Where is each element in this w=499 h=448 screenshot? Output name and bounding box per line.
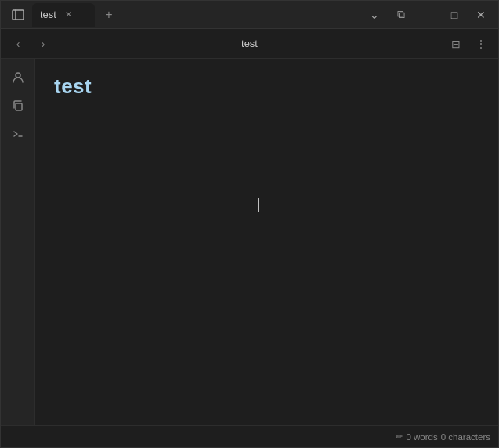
new-tab-button[interactable]: + [98,4,120,26]
more-options-button[interactable]: ⋮ [470,33,492,55]
char-count-label: 0 characters [441,432,490,442]
tab-close-button[interactable]: ✕ [63,9,75,21]
toolbar: ‹ › test ⊟ ⋮ [1,29,498,59]
svg-point-2 [16,73,20,78]
maximize-button[interactable]: □ [443,4,465,26]
minimize-button[interactable]: – [417,4,439,26]
toolbar-right-controls: ⊟ ⋮ [445,33,492,55]
word-count-label: 0 words [406,432,437,442]
tab-bar: test ✕ + ⌄ ⧉ – □ ✕ [1,1,498,29]
chevron-down-button[interactable]: ⌄ [363,4,385,26]
status-edit-icon-group: ✏ 0 words 0 characters [396,432,490,442]
tab-label: test [40,9,56,20]
svg-rect-0 [13,10,24,20]
text-cursor [258,198,259,212]
split-view-button[interactable]: ⧉ [390,4,412,26]
content-heading: test [54,74,479,99]
copy-icon[interactable] [5,93,31,118]
browser-window: test ✕ + ⌄ ⧉ – □ ✕ ‹ › test ⊟ ⋮ [0,0,499,448]
sidebar-toggle-button[interactable] [7,4,29,26]
window-controls: ⌄ ⧉ – □ ✕ [363,4,492,26]
edit-icon: ✏ [396,432,403,442]
close-button[interactable]: ✕ [470,4,492,26]
sidebar [1,59,35,425]
reader-view-button[interactable]: ⊟ [445,33,467,55]
main-area: test [1,59,498,425]
toolbar-title: test [57,38,442,49]
terminal-icon[interactable] [5,121,31,146]
back-button[interactable]: ‹ [7,33,29,55]
forward-button[interactable]: › [32,33,54,55]
svg-rect-3 [16,103,22,110]
status-bar: ✏ 0 words 0 characters [1,425,498,447]
user-icon[interactable] [5,65,31,90]
content-area[interactable]: test [35,59,498,425]
active-tab[interactable]: test ✕ [32,3,95,27]
